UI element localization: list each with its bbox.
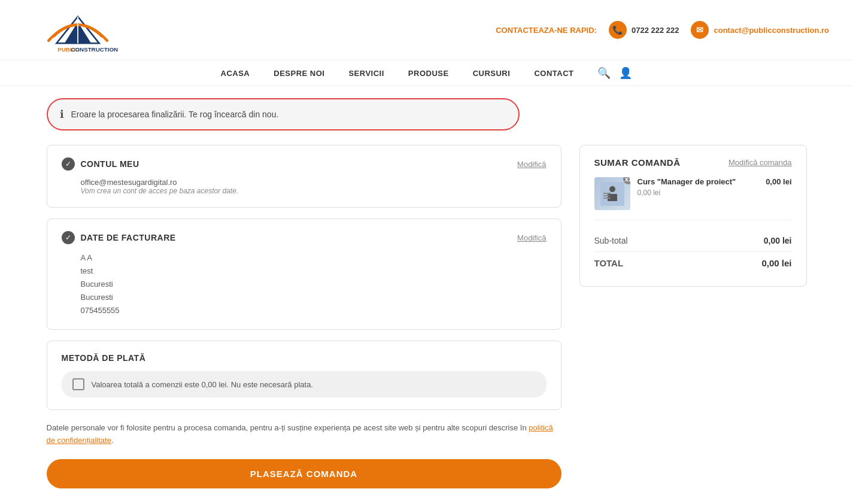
contact-email[interactable]: ✉ contact@publicconstruction.ro: [691, 21, 829, 39]
error-banner: ℹ Eroare la procesarea finalizării. Te r…: [47, 98, 520, 130]
contact-info: CONTACTEAZA-NE RAPID: 📞 0722 222 222 ✉ c…: [496, 21, 829, 39]
svg-text:CONSTRUCTION: CONSTRUCTION: [71, 46, 118, 53]
svg-rect-9: [603, 195, 609, 196]
nav-icons: 🔍 👤: [597, 66, 632, 80]
subtotal-label: Sub-total: [594, 236, 628, 245]
main-container: ℹ Eroare la procesarea finalizării. Te r…: [23, 86, 831, 500]
search-button[interactable]: 🔍: [597, 66, 611, 80]
order-item-details: Curs "Manager de proiect" 0,00 lei: [638, 177, 759, 197]
logo-image: PUBLIC CONSTRUCTION: [24, 6, 132, 54]
facturare-title: DATE DE FACTURARE: [81, 233, 176, 242]
account-button[interactable]: 👤: [619, 66, 632, 80]
svg-rect-10: [603, 198, 611, 199]
nav-item-servicii[interactable]: SERVICII: [348, 69, 384, 78]
order-summary: SUMAR COMANDĂ Modifică comanda: [579, 145, 807, 287]
total-label: TOTAL: [594, 258, 624, 268]
subtotal-row: Sub-total 0,00 lei: [594, 230, 792, 251]
left-column: ✓ CONTUL MEU Modifică office@mestesugard…: [47, 145, 561, 488]
contul-meu-email: office@mestesugardigital.ro: [81, 178, 547, 187]
error-text: Eroare la procesarea finalizării. Te rog…: [71, 110, 279, 119]
billing-name: A A: [81, 251, 547, 265]
payment-note-icon: [72, 378, 84, 390]
order-item: x1 Curs "Manager de proiect" 0,00 lei 0,…: [594, 177, 792, 220]
contact-phone[interactable]: 📞 0722 222 222: [609, 21, 679, 39]
order-totals: Sub-total 0,00 lei TOTAL 0,00 lei: [594, 230, 792, 274]
course-thumbnail: [600, 182, 624, 206]
total-value: 0,00 lei: [761, 258, 791, 268]
order-item-name: Curs "Manager de proiect": [638, 177, 759, 186]
payment-note: Valoarea totală a comenzii este 0,00 lei…: [62, 371, 547, 397]
contul-meu-title-row: ✓ CONTUL MEU: [62, 157, 139, 171]
payment-section: METODĂ DE PLATĂ Valoarea totală a comenz…: [47, 341, 561, 410]
privacy-text: Datele personale vor fi folosite pentru …: [47, 422, 561, 447]
svg-point-6: [609, 186, 615, 192]
email-icon: ✉: [691, 21, 709, 39]
subtotal-value: 0,00 lei: [764, 236, 792, 245]
facturare-content: A A test Bucuresti Bucuresti 075455555: [62, 251, 547, 317]
place-order-button[interactable]: PLASEAZĂ COMANDA: [47, 459, 561, 488]
facturare-section: ✓ DATE DE FACTURARE Modifică A A test Bu…: [47, 218, 561, 330]
order-summary-title: SUMAR COMANDĂ: [594, 157, 681, 168]
order-item-subprice: 0,00 lei: [638, 189, 759, 197]
billing-phone: 075455555: [81, 304, 547, 317]
nav-item-contact[interactable]: CONTACT: [534, 69, 573, 78]
facturare-title-row: ✓ DATE DE FACTURARE: [62, 231, 176, 244]
phone-number: 0722 222 222: [632, 26, 679, 35]
svg-rect-8: [603, 193, 611, 194]
main-nav: ACASA DESPRE NOI SERVICII PRODUSE CURSUR…: [0, 60, 853, 86]
nav-item-cursuri[interactable]: CURSURI: [473, 69, 511, 78]
order-summary-header: SUMAR COMANDĂ Modifică comanda: [594, 157, 792, 168]
site-header: PUBLIC CONSTRUCTION CONTACTEAZA-NE RAPID…: [0, 0, 853, 60]
order-item-image: x1: [594, 177, 630, 210]
nav-item-acasa[interactable]: ACASA: [221, 69, 250, 78]
privacy-text-after: .: [111, 436, 114, 445]
billing-city1: Bucuresti: [81, 278, 547, 291]
phone-icon: 📞: [609, 21, 627, 39]
contul-meu-modifica-link[interactable]: Modifică: [517, 160, 546, 169]
contul-meu-content: office@mestesugardigital.ro Vom crea un …: [62, 178, 547, 195]
facturare-check-icon: ✓: [62, 231, 75, 244]
contul-meu-header: ✓ CONTUL MEU Modifică: [62, 157, 547, 171]
right-column: SUMAR COMANDĂ Modifică comanda: [579, 145, 807, 488]
facturare-header: ✓ DATE DE FACTURARE Modifică: [62, 231, 547, 244]
content-row: ✓ CONTUL MEU Modifică office@mestesugard…: [47, 145, 807, 488]
billing-company: test: [81, 265, 547, 278]
logo-area: PUBLIC CONSTRUCTION: [24, 6, 132, 54]
contul-meu-check-icon: ✓: [62, 157, 75, 171]
contul-meu-note: Vom crea un cont de acces pe baza acesto…: [81, 187, 547, 195]
contul-meu-title: CONTUL MEU: [81, 159, 139, 169]
modify-order-link[interactable]: Modifică comanda: [728, 158, 792, 167]
order-item-price: 0,00 lei: [766, 177, 791, 186]
error-icon: ℹ: [60, 108, 64, 121]
total-row: TOTAL 0,00 lei: [594, 251, 792, 274]
contact-label: CONTACTEAZA-NE RAPID:: [496, 26, 597, 35]
privacy-text-before: Datele personale vor fi folosite pentru …: [47, 423, 529, 432]
nav-item-despre-noi[interactable]: DESPRE NOI: [274, 69, 324, 78]
nav-item-produse[interactable]: PRODUSE: [408, 69, 449, 78]
billing-city2: Bucuresti: [81, 291, 547, 304]
contul-meu-section: ✓ CONTUL MEU Modifică office@mestesugard…: [47, 145, 561, 208]
payment-note-text: Valoarea totală a comenzii este 0,00 lei…: [92, 380, 313, 389]
facturare-modifica-link[interactable]: Modifică: [517, 233, 546, 242]
payment-title: METODĂ DE PLATĂ: [62, 353, 547, 363]
billing-info: A A test Bucuresti Bucuresti 075455555: [81, 251, 547, 317]
email-address: contact@publicconstruction.ro: [714, 26, 829, 35]
